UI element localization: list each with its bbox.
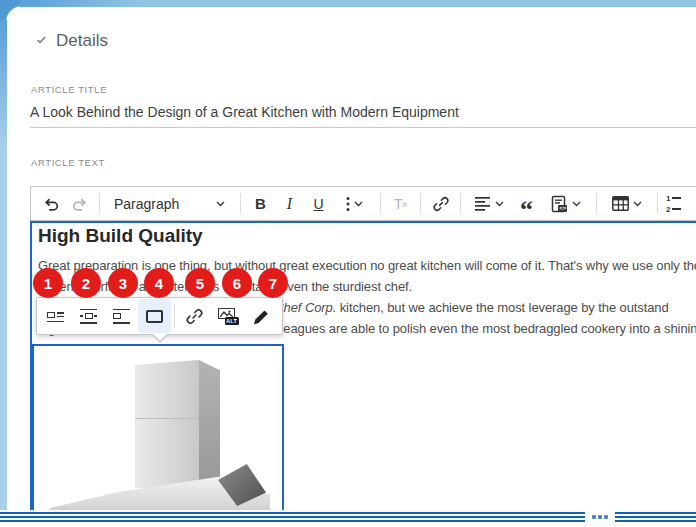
italic-button[interactable]: I bbox=[275, 189, 304, 218]
image-full-size-icon bbox=[145, 306, 165, 326]
undo-button[interactable] bbox=[36, 189, 65, 218]
window-frame-left bbox=[0, 20, 7, 527]
image-edit-button[interactable] bbox=[244, 299, 277, 333]
annotation-badge-4: 4 bbox=[144, 268, 174, 298]
selected-image[interactable] bbox=[32, 344, 284, 527]
vertical-dots-icon bbox=[346, 196, 350, 212]
image-alt-text-button[interactable]: ALT bbox=[211, 299, 244, 333]
list-number-2: 2 bbox=[666, 205, 670, 214]
image-center-break-text-icon bbox=[79, 306, 99, 326]
toolbar-separator bbox=[99, 193, 100, 214]
toolbar-separator bbox=[460, 193, 461, 214]
insert-template-icon: <> bbox=[551, 195, 568, 213]
article-editor-window: Details ARTICLE TITLE A Look Behind the … bbox=[0, 0, 696, 527]
bold-button[interactable]: B bbox=[246, 189, 275, 218]
image-left-break-text-button[interactable] bbox=[105, 299, 138, 333]
chevron-down-icon bbox=[495, 201, 504, 207]
balloon-separator bbox=[174, 304, 175, 328]
image-center-break-text-button[interactable] bbox=[72, 299, 105, 333]
toolbar-separator bbox=[420, 193, 421, 214]
table-icon bbox=[612, 196, 629, 211]
image-wrap-left-button[interactable] bbox=[39, 299, 72, 333]
block-quote-button[interactable]: “ bbox=[512, 189, 541, 218]
chevron-down-icon bbox=[572, 201, 581, 207]
toolbar-separator bbox=[380, 193, 381, 214]
toolbar-separator bbox=[240, 193, 241, 214]
underline-button[interactable]: U bbox=[304, 189, 333, 218]
splitter-drag-grip[interactable] bbox=[585, 510, 615, 524]
text-alignment-dropdown[interactable] bbox=[466, 189, 512, 218]
insert-template-dropdown[interactable]: <> bbox=[541, 189, 591, 218]
image-link-button[interactable] bbox=[178, 299, 211, 333]
editor-toolbar: Paragraph B I U Tx “ <> bbox=[30, 186, 696, 221]
image-left-break-text-icon bbox=[112, 306, 132, 326]
image-full-size-button[interactable] bbox=[138, 299, 171, 333]
alt-badge-label: ALT bbox=[225, 317, 239, 325]
chevron-down-icon bbox=[216, 201, 225, 207]
link-button[interactable] bbox=[426, 189, 455, 218]
list-dash bbox=[672, 208, 681, 210]
annotation-badge-3: 3 bbox=[108, 268, 138, 298]
chevron-down-icon bbox=[354, 201, 363, 207]
annotation-badge-2: 2 bbox=[71, 268, 101, 298]
annotation-badge-6: 6 bbox=[222, 268, 252, 298]
paragraph-1-line-1: Great preparation is one thing, but with… bbox=[38, 258, 696, 273]
balloon-caret-fill bbox=[153, 334, 167, 341]
article-text-label: ARTICLE TEXT bbox=[31, 157, 105, 168]
toolbar-separator bbox=[596, 193, 597, 214]
paragraph-2-text: kitchen, but we achieve the most leverag… bbox=[336, 300, 668, 315]
paragraph-2-italic-text: Chef Corp. bbox=[274, 300, 336, 315]
alt-text-icon: ALT bbox=[217, 306, 239, 326]
heading-dropdown-label: Paragraph bbox=[114, 196, 179, 212]
link-icon bbox=[432, 195, 450, 213]
remove-format-t: T bbox=[394, 196, 403, 212]
image-balloon-toolbar: ALT bbox=[36, 297, 283, 335]
document-heading: High Build Quality bbox=[38, 225, 203, 247]
svg-text:<>: <> bbox=[559, 205, 567, 211]
list-number-1: 1 bbox=[666, 194, 670, 203]
range-hood-illustration bbox=[34, 346, 282, 525]
details-section-title: Details bbox=[56, 31, 108, 51]
article-title-underline bbox=[30, 127, 696, 128]
bottom-splitter bbox=[0, 510, 696, 527]
toolbar-separator bbox=[657, 193, 658, 214]
pencil-icon bbox=[251, 307, 270, 326]
more-text-options-dropdown[interactable] bbox=[333, 189, 375, 218]
annotation-badge-7: 7 bbox=[258, 268, 288, 298]
link-icon bbox=[185, 307, 204, 326]
heading-dropdown[interactable]: Paragraph bbox=[105, 189, 235, 218]
align-left-icon bbox=[475, 197, 491, 211]
article-title-input[interactable]: A Look Behind the Design of a Great Kitc… bbox=[30, 104, 459, 120]
redo-button[interactable] bbox=[65, 189, 94, 218]
annotation-badge-5: 5 bbox=[185, 268, 215, 298]
list-dash bbox=[672, 197, 681, 199]
remove-format-x: x bbox=[403, 199, 408, 209]
image-wrap-left-icon bbox=[46, 306, 66, 326]
annotation-badge-1: 1 bbox=[33, 268, 63, 298]
article-title-label: ARTICLE TITLE bbox=[31, 84, 107, 95]
remove-format-button[interactable]: Tx bbox=[386, 189, 415, 218]
chevron-down-icon bbox=[633, 201, 642, 207]
insert-table-dropdown[interactable] bbox=[602, 189, 652, 218]
window-frame-corner-inner bbox=[6, 6, 40, 40]
window-frame-top bbox=[20, 0, 696, 7]
numbered-list-button[interactable]: 1 2 bbox=[663, 189, 692, 218]
